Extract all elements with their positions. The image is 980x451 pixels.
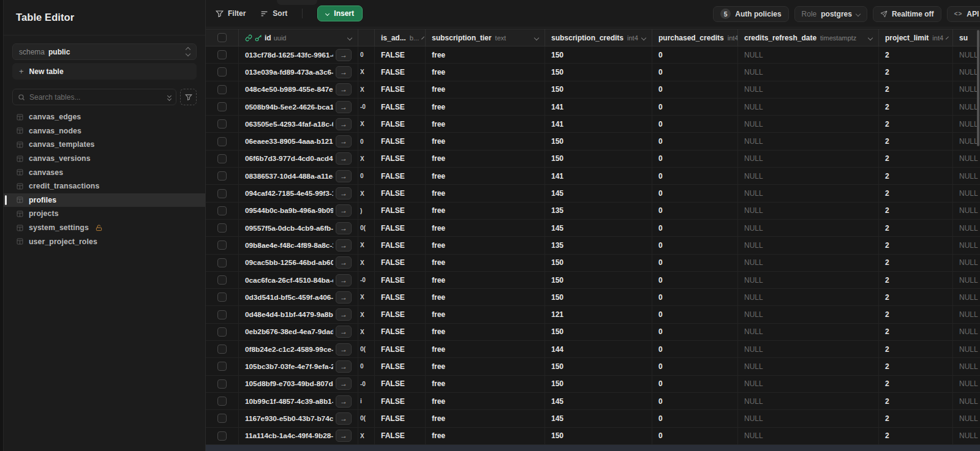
cell-purchased-credits[interactable]: 0 [652,358,738,375]
cell-purchased-credits[interactable]: 0 [652,203,738,219]
cell-truncated[interactable]: 0( [358,410,375,427]
cell-purchased-credits[interactable]: 0 [652,168,738,184]
row-checkbox[interactable] [217,379,227,389]
sidebar-table-item[interactable]: credit_transactions [4,179,205,193]
cell-credits-refresh-date[interactable]: NULL [738,203,879,219]
cell-clipped[interactable]: NULL [953,168,980,184]
search-input[interactable]: Search tables... [12,89,176,105]
cell-is-admin[interactable]: FALSE [375,376,426,392]
cell-id[interactable]: 0d48e4d4-b1bf-4479-9a8b-4a4b... → [239,306,358,322]
sidebar-table-item[interactable]: canvas_edges [4,110,205,124]
cell-purchased-credits[interactable]: 0 [652,151,738,167]
cell-project-limit[interactable]: 2 [879,255,953,271]
expand-row-button[interactable]: → [336,326,352,338]
cell-purchased-credits[interactable]: 0 [652,341,738,357]
cell-subscription-credits[interactable]: 150 [545,81,652,98]
cell-id[interactable]: 10b99c1f-4857-4c39-a8b1-263b8... → [239,393,358,409]
cell-id[interactable]: 1167e930-e5b0-43b7-b74c-788c9... → [239,410,358,427]
row-checkbox[interactable] [217,414,227,423]
cell-clipped[interactable]: NULL [953,255,980,271]
cell-truncated[interactable]: 0 [358,168,375,184]
cell-subscription-credits[interactable]: 145 [545,410,652,427]
cell-id[interactable]: 063505e5-4293-4faf-a18c-0e65b... → [239,116,358,132]
cell-project-limit[interactable]: 2 [879,410,953,427]
cell-id[interactable]: 11a114cb-1a4c-49f4-9b28-52219ec... → [239,428,358,444]
role-select-button[interactable]: Role postgres [794,6,867,22]
cell-id[interactable]: 0d3d541d-bf5c-459f-a406-16b93... → [239,289,358,305]
column-header-id[interactable]: id uuid [239,29,358,46]
cell-subscription-tier[interactable]: free [426,324,545,340]
row-checkbox[interactable] [217,327,227,337]
cell-subscription-tier[interactable]: free [426,306,545,322]
column-header-subscription-tier[interactable]: subscription_tier text [426,29,545,46]
cell-clipped[interactable]: NULL [953,324,980,340]
cell-id[interactable]: 08386537-10d4-488a-a11e-eb5a6... → [239,168,358,184]
cell-project-limit[interactable]: 2 [879,99,953,115]
cell-subscription-tier[interactable]: free [426,393,545,409]
expand-row-button[interactable]: → [336,187,352,199]
cell-truncated[interactable]: X [358,151,375,167]
expand-row-button[interactable]: → [336,378,352,390]
cell-is-admin[interactable]: FALSE [375,220,426,236]
chevron-down-icon[interactable] [868,35,873,40]
cell-truncated[interactable]: X [358,289,375,305]
cell-project-limit[interactable]: 2 [879,151,953,167]
cell-credits-refresh-date[interactable]: NULL [738,47,879,63]
table-filter-button[interactable] [180,89,197,105]
expand-row-button[interactable]: → [336,135,352,147]
expand-row-button[interactable]: → [336,308,352,321]
cell-credits-refresh-date[interactable]: NULL [738,393,879,409]
row-checkbox[interactable] [217,206,227,215]
cell-subscription-credits[interactable]: 150 [545,272,652,288]
cell-subscription-credits[interactable]: 135 [545,237,652,253]
expand-row-button[interactable]: → [336,291,352,304]
cell-id[interactable]: 06eaee33-8905-4aaa-b121-ab552... → [239,133,358,149]
expand-row-button[interactable]: → [336,66,352,78]
cell-project-limit[interactable]: 2 [879,272,953,288]
expand-row-button[interactable]: → [336,49,352,61]
row-checkbox[interactable] [217,345,227,354]
cell-subscription-credits[interactable]: 150 [545,289,652,305]
cell-subscription-credits[interactable]: 141 [545,99,652,115]
cell-purchased-credits[interactable]: 0 [652,272,738,288]
cell-project-limit[interactable]: 2 [879,185,953,201]
cell-id[interactable]: 013cf78d-1625-43fc-9961-442189... → [239,47,358,63]
cell-truncated[interactable]: X [358,306,375,322]
chevron-down-icon[interactable] [421,36,424,39]
cell-subscription-tier[interactable]: free [426,81,545,98]
column-header-purchased-credits[interactable]: purchased_credits int4 [652,29,738,46]
cell-truncated[interactable]: 0 [358,133,375,149]
cell-clipped[interactable]: NULL [953,306,980,322]
cell-subscription-tier[interactable]: free [426,255,545,271]
cell-truncated[interactable]: 0 [358,47,375,63]
cell-id[interactable]: 048c4e50-b989-455e-847e-fb2f... → [239,81,358,98]
cell-purchased-credits[interactable]: 0 [652,81,738,98]
column-header-clipped[interactable]: su [953,29,980,46]
cell-is-admin[interactable]: FALSE [375,306,426,322]
cell-project-limit[interactable]: 2 [879,393,953,409]
cell-id[interactable]: 013e039a-fd89-473a-a3c6-ccfa9... → [239,64,358,80]
cell-subscription-credits[interactable]: 150 [545,151,652,167]
sidebar-table-item[interactable]: canvas_templates [4,138,205,152]
cell-project-limit[interactable]: 2 [879,168,953,184]
cell-subscription-credits[interactable]: 144 [545,341,652,357]
cell-subscription-credits[interactable]: 150 [545,255,652,271]
cell-project-limit[interactable]: 2 [879,133,953,149]
cell-is-admin[interactable]: FALSE [375,393,426,409]
cell-is-admin[interactable]: FALSE [375,47,426,63]
cell-purchased-credits[interactable]: 0 [652,116,738,132]
row-checkbox[interactable] [217,67,227,76]
cell-subscription-tier[interactable]: free [426,64,545,80]
cell-is-admin[interactable]: FALSE [375,64,426,80]
cell-project-limit[interactable]: 2 [879,358,953,375]
expand-row-button[interactable]: → [336,395,352,408]
row-checkbox[interactable] [217,171,227,181]
expand-row-button[interactable]: → [336,83,352,95]
expand-row-button[interactable]: → [336,274,352,286]
cell-clipped[interactable]: NULL [953,272,980,288]
cell-project-limit[interactable]: 2 [879,376,953,392]
chevron-down-icon[interactable] [641,35,646,40]
cell-is-admin[interactable]: FALSE [375,116,426,132]
cell-subscription-tier[interactable]: free [426,203,545,219]
expand-row-button[interactable]: → [336,204,352,217]
